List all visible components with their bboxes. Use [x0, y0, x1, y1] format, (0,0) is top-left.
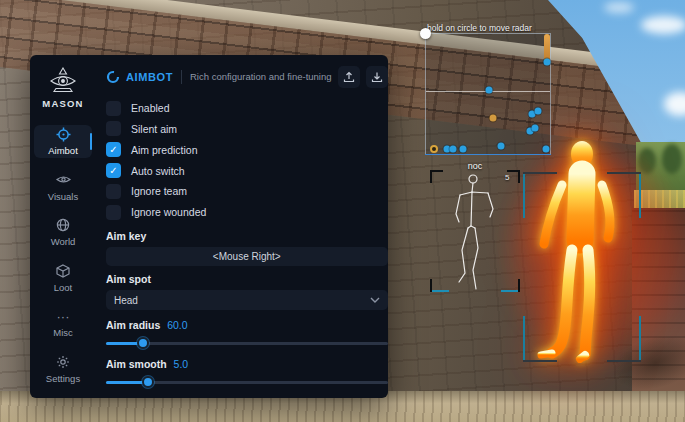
slider[interactable]: [106, 376, 388, 388]
checkbox[interactable]: [106, 163, 121, 178]
sidebar-item-label: Aimbot: [48, 145, 78, 156]
slider[interactable]: [106, 337, 388, 349]
sidebar-item-label: World: [51, 236, 76, 247]
import-config-button[interactable]: [338, 66, 360, 88]
download-icon: [371, 71, 383, 83]
aimbot-tab-content: AIMBOT Rich configuration and fine-tunin…: [96, 55, 401, 398]
radar-dot: [543, 146, 550, 153]
divider: [181, 70, 182, 84]
checkbox[interactable]: [106, 142, 121, 157]
ellipsis-icon: ···: [57, 308, 70, 324]
radar[interactable]: [425, 33, 551, 155]
radar-dot: [430, 145, 438, 153]
crate-icon: [56, 263, 70, 279]
radar-drag-handle[interactable]: [420, 28, 431, 39]
radar-dot: [544, 59, 551, 66]
checkbox-row-aim-prediction[interactable]: Aim prediction: [106, 139, 388, 160]
aim-smooth-value: 5.0: [174, 358, 189, 370]
checkbox-label: Ignore team: [131, 185, 187, 197]
checkbox-label: Silent aim: [131, 123, 177, 135]
tab-header: AIMBOT Rich configuration and fine-tunin…: [106, 65, 388, 89]
eye-icon: [56, 172, 71, 188]
checkbox-label: Auto switch: [131, 165, 185, 177]
brand: MASON: [42, 67, 83, 109]
skeleton-esp: [430, 170, 520, 292]
sidebar-item-settings[interactable]: Settings: [34, 353, 92, 386]
checkbox-row-ignore-wounded[interactable]: Ignore wounded: [106, 202, 388, 223]
target-bracket: [523, 172, 641, 362]
radar-dot: [532, 125, 539, 132]
checkbox-row-silent-aim[interactable]: Silent aim: [106, 119, 388, 140]
sidebar-item-aimbot[interactable]: Aimbot: [34, 125, 92, 158]
radar-dot: [486, 87, 493, 94]
slider-thumb[interactable]: [142, 376, 154, 388]
sidebar-item-label: Visuals: [48, 191, 78, 202]
aim-spot-value: Head: [114, 295, 370, 306]
aim-key-button[interactable]: <Mouse Right>: [106, 247, 388, 267]
checkbox-row-ignore-team[interactable]: Ignore team: [106, 181, 388, 202]
tab-subtitle: Rich configuration and fine-tuning: [190, 71, 332, 82]
checkbox-row-auto-switch[interactable]: Auto switch: [106, 160, 388, 181]
aim-smooth-label: Aim smooth 5.0: [106, 358, 388, 370]
radar-dot: [535, 108, 542, 115]
radar-hint-text: hold on circle to move radar: [427, 23, 532, 33]
chevron-down-icon: [370, 297, 380, 303]
radar-dot: [490, 115, 497, 122]
brand-name: MASON: [42, 98, 83, 109]
ring-icon: [106, 70, 120, 84]
checkbox[interactable]: [106, 184, 121, 199]
aim-radius-label: Aim radius 60.0: [106, 319, 388, 331]
radar-dot: [498, 143, 505, 150]
export-config-button[interactable]: [366, 66, 388, 88]
sidebar-item-loot[interactable]: Loot: [34, 262, 92, 295]
crosshair-icon: [56, 126, 71, 142]
checkbox[interactable]: [106, 101, 121, 116]
globe-icon: [56, 217, 70, 233]
cheat-menu-window: MASON Aimbot Visuals: [30, 55, 388, 398]
sidebar-item-label: Settings: [46, 373, 80, 384]
aim-key-label: Aim key: [106, 230, 388, 242]
sidebar-item-misc[interactable]: ··· Misc: [34, 307, 92, 340]
sidebar-item-label: Misc: [53, 327, 73, 338]
tab-title: AIMBOT: [126, 71, 173, 83]
sidebar-item-world[interactable]: World: [34, 216, 92, 249]
slider-thumb[interactable]: [137, 337, 149, 349]
sidebar-item-label: Loot: [54, 282, 73, 293]
sidebar-item-visuals[interactable]: Visuals: [34, 171, 92, 204]
checkbox-row-enabled[interactable]: Enabled: [106, 98, 388, 119]
cloud: [641, 16, 685, 34]
radar-dot: [450, 146, 457, 153]
sidebar: MASON Aimbot Visuals: [30, 55, 96, 398]
cloud: [604, 2, 634, 13]
aim-spot-label: Aim spot: [106, 273, 388, 285]
radar-marker-bar: [544, 34, 550, 61]
skeleton-esp-bracket: [430, 170, 520, 292]
checkbox-label: Ignore wounded: [131, 206, 206, 218]
checkbox[interactable]: [106, 205, 121, 220]
checkbox[interactable]: [106, 121, 121, 136]
aim-spot-select[interactable]: Head: [106, 290, 388, 310]
upload-icon: [343, 71, 355, 83]
gear-icon: [56, 354, 70, 370]
aim-radius-value: 60.0: [167, 319, 187, 331]
radar-dot: [460, 146, 467, 153]
mason-eye-logo: [49, 67, 77, 94]
checkbox-label: Enabled: [131, 102, 170, 114]
checkbox-label: Aim prediction: [131, 144, 198, 156]
game-screen: noc 5 hold on circle to move radar: [0, 0, 685, 422]
